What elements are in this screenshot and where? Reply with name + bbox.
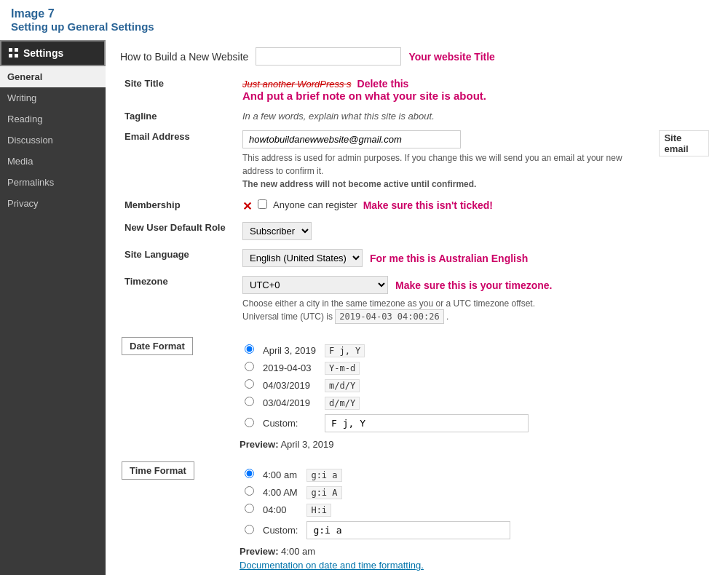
time-custom-input[interactable] (306, 521, 510, 539)
site-language-label: Site Language (122, 245, 238, 271)
doc-link-row: Documentation on date and time formattin… (240, 560, 712, 571)
time-label-1: 4:00 AM (259, 484, 301, 500)
page-title-line2: Setting up General Settings (11, 20, 717, 33)
time-option-1: 4:00 AM g:i A (241, 484, 514, 500)
date-option-2: 04/03/2019 m/d/Y (241, 377, 532, 393)
time-code-2: H:i (306, 504, 331, 517)
time-radio-1[interactable] (245, 486, 254, 496)
timezone-value-cell: UTC+0 Make sure this is your timezone. C… (240, 272, 654, 327)
doc-link-text: Documentation on date and time format (240, 560, 405, 571)
time-format-row: Time Format 4:00 am g:i a 4:00 AM g:i A (122, 461, 712, 571)
sidebar-item-permalinks[interactable]: Permalinks (0, 172, 106, 193)
time-radio-2[interactable] (245, 504, 254, 513)
put-brief-note-annotation: And put a brief note on what your site i… (242, 90, 486, 102)
date-format-row: Date Format April 3, 2019 F j, Y 2019-04… (122, 337, 712, 453)
date-label-2: 04/03/2019 (259, 377, 320, 393)
date-option-0: April 3, 2019 F j, Y (241, 342, 532, 358)
date-preview: Preview: April 3, 2019 (240, 439, 712, 450)
membership-checkbox[interactable] (258, 199, 267, 209)
date-radio-1[interactable] (245, 362, 254, 371)
utc-value: 2019-04-03 04:00:26 (335, 309, 443, 324)
settings-table: Site Title Just another WordPress s Dele… (120, 73, 713, 328)
sidebar-item-discussion[interactable]: Discussion (0, 130, 106, 151)
layout: Settings General Writing Reading Discuss… (0, 40, 728, 575)
time-code-0: g:i a (306, 469, 341, 482)
date-preview-value: April 3, 2019 (280, 439, 333, 450)
date-format-radio-table: April 3, 2019 F j, Y 2019-04-03 Y-m-d 04… (240, 341, 534, 436)
sidebar-item-general[interactable]: General (0, 66, 106, 87)
date-format-section: Date Format April 3, 2019 F j, Y 2019-04… (120, 336, 713, 454)
timezone-note-text: Choose either a city in the same timezon… (242, 298, 535, 309)
time-preview-value: 4:00 am (281, 546, 315, 557)
sidebar-item-writing[interactable]: Writing (0, 87, 106, 108)
email-input[interactable] (242, 130, 461, 148)
sidebar-item-media[interactable]: Media (0, 151, 106, 172)
delete-this-annotation: Delete this (357, 78, 409, 90)
membership-checkbox-row: ✕ Anyone can register Make sure this isn… (242, 199, 651, 213)
site-title-prefix: How to Build a New Website (120, 51, 248, 63)
doc-link[interactable]: Documentation on date and time formattin… (240, 560, 424, 571)
settings-grid-icon (9, 48, 19, 58)
date-code-0: F j, Y (325, 344, 365, 357)
date-option-3: 03/04/2019 d/m/Y (241, 394, 532, 411)
date-radio-0[interactable] (245, 344, 254, 354)
date-option-custom: Custom: (241, 412, 532, 435)
time-format-options-cell: 4:00 am g:i a 4:00 AM g:i A 04:00 H:i (240, 461, 712, 571)
utc-label: Universal time (UTC) is (242, 312, 333, 322)
timezone-annotation: Make sure this is your timezone. (395, 279, 553, 291)
site-title-value-cell: Just another WordPress s Delete this And… (240, 74, 654, 106)
time-label-custom: Custom: (259, 519, 301, 542)
sidebar-item-privacy[interactable]: Privacy (0, 193, 106, 214)
time-option-2: 04:00 H:i (241, 501, 514, 518)
row-tagline: Tagline In a few words, explain what thi… (122, 107, 712, 125)
date-code-3: d/m/Y (325, 397, 360, 410)
sidebar-main-label: Settings (23, 47, 63, 59)
date-code-1: Y-m-d (325, 362, 360, 375)
membership-value-cell: ✕ Anyone can register Make sure this isn… (240, 196, 654, 217)
email-note-text: This address is used for admin purposes.… (242, 153, 622, 176)
timezone-select[interactable]: UTC+0 (242, 276, 388, 294)
new-user-value-cell: Subscriber (240, 218, 654, 244)
sidebar-settings-header[interactable]: Settings (0, 40, 106, 66)
row-membership: Membership ✕ Anyone can register Make su… (122, 196, 712, 217)
site-language-value-cell: English (United States) For me this is A… (240, 245, 654, 271)
new-user-select[interactable]: Subscriber (242, 222, 312, 240)
x-mark-icon: ✕ (242, 199, 252, 213)
timezone-note: Choose either a city in the same timezon… (242, 297, 651, 323)
time-format-section-label: Time Format (122, 461, 194, 480)
email-value-cell: This address is used for admin purposes.… (240, 127, 654, 194)
time-preview: Preview: 4:00 am (240, 546, 712, 557)
timezone-label: Timezone (122, 272, 238, 327)
site-email-label: Site email (659, 130, 709, 156)
time-radio-custom[interactable] (245, 525, 254, 534)
date-option-1: 2019-04-03 Y-m-d (241, 360, 532, 376)
time-option-custom: Custom: (241, 519, 514, 542)
date-format-options-cell: April 3, 2019 F j, Y 2019-04-03 Y-m-d 04… (240, 337, 712, 453)
site-language-select[interactable]: English (United States) (242, 249, 363, 267)
time-format-radio-table: 4:00 am g:i a 4:00 AM g:i A 04:00 H:i (240, 465, 515, 543)
date-radio-2[interactable] (245, 379, 254, 389)
main-content: How to Build a New Website Your website … (106, 40, 728, 575)
site-title-input[interactable] (256, 47, 401, 66)
date-radio-3[interactable] (245, 397, 254, 406)
site-title-annotation: Your website Title (408, 51, 495, 63)
date-format-label-cell: Date Format (122, 337, 238, 453)
date-radio-custom[interactable] (245, 418, 254, 427)
tagline-value-cell: In a few words, explain what this site i… (240, 107, 654, 125)
row-site-title: Site Title Just another WordPress s Dele… (122, 74, 712, 106)
doc-link-suffix: ting. (405, 560, 424, 571)
email-note-bold: The new address will not become active u… (242, 179, 476, 189)
time-radio-0[interactable] (245, 469, 254, 478)
site-title-label: Site Title (122, 74, 238, 106)
utc-period: . (446, 312, 448, 322)
membership-checkbox-label: Anyone can register (273, 199, 357, 210)
date-label-3: 03/04/2019 (259, 394, 320, 411)
membership-annotation: Make sure this isn't ticked! (363, 199, 493, 211)
sidebar-item-reading[interactable]: Reading (0, 108, 106, 130)
time-code-1: g:i A (306, 486, 341, 499)
time-label-0: 4:00 am (259, 467, 301, 483)
email-label: Email Address (122, 127, 238, 194)
date-custom-input[interactable] (325, 414, 529, 432)
time-option-0: 4:00 am g:i a (241, 467, 514, 483)
tagline-text: In a few words, explain what this site i… (242, 111, 435, 122)
